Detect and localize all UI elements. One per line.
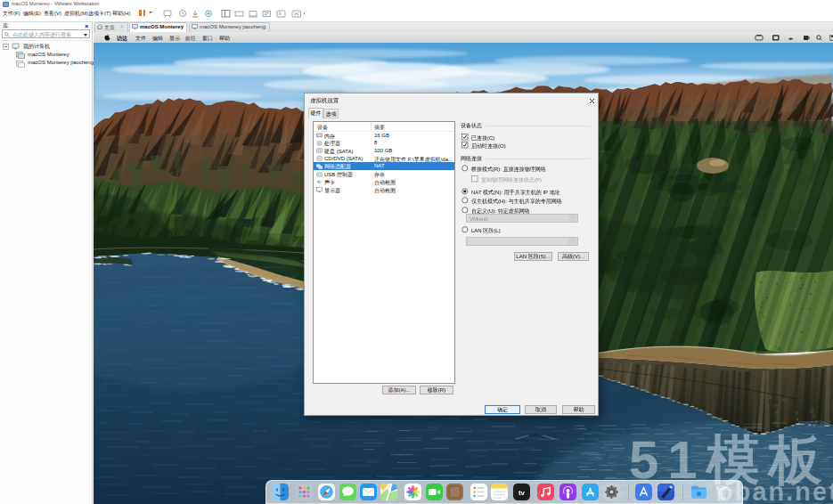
svg-text:tv: tv — [519, 489, 526, 497]
